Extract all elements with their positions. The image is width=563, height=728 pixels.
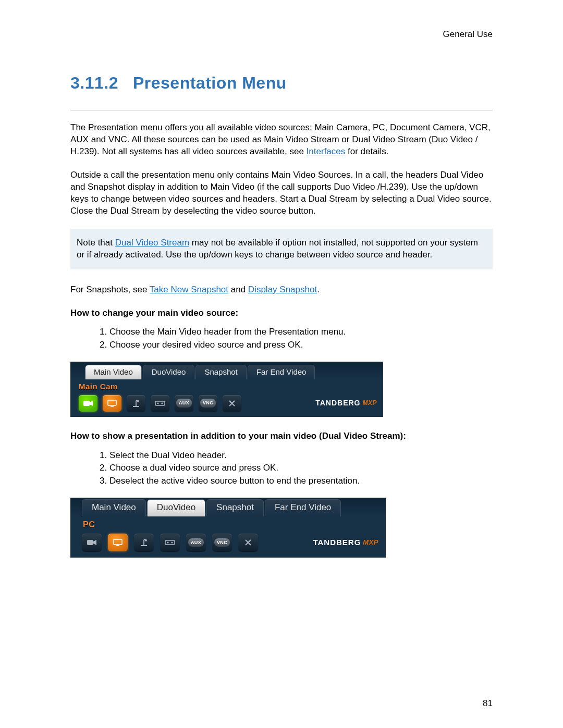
- list-item: Choose your desired video source and pre…: [109, 339, 493, 351]
- tab-main-video[interactable]: Main Video: [82, 499, 146, 516]
- presentation-menu-figure-1: Main Video DuoVideo Snapshot Far End Vid…: [70, 362, 383, 416]
- list-item: Select the Dual Video header.: [109, 450, 493, 462]
- text: Note that: [77, 238, 115, 248]
- brand-name: TANDBERG: [315, 398, 360, 408]
- interfaces-link[interactable]: Interfaces: [307, 146, 346, 156]
- tab-duovideo[interactable]: DuoVideo: [147, 499, 205, 516]
- pc-icon: [107, 399, 117, 408]
- vcr-icon: [155, 400, 165, 406]
- svg-point-3: [137, 400, 139, 402]
- doc-cam-button[interactable]: [127, 395, 145, 412]
- text: and: [228, 285, 248, 294]
- main-cam-button[interactable]: [79, 395, 97, 412]
- text: .: [317, 285, 320, 294]
- doc-cam-button[interactable]: [134, 534, 154, 551]
- svg-rect-1: [108, 400, 116, 405]
- paragraph-2: Outside a call the presentation menu onl…: [70, 169, 493, 217]
- display-snapshot-link[interactable]: Display Snapshot: [248, 285, 317, 294]
- close-button[interactable]: [238, 534, 258, 551]
- steps-list-1: Choose the Main Video header from the Pr…: [70, 326, 493, 351]
- brand: TANDBERG MXP: [313, 537, 378, 548]
- steps-list-2: Select the Dual Video header. Choose a d…: [70, 450, 493, 488]
- tab-far-end-video[interactable]: Far End Video: [248, 365, 315, 379]
- svg-rect-8: [114, 539, 122, 545]
- camera-icon: [87, 538, 97, 547]
- text: For Snapshots, see: [70, 285, 150, 294]
- section-title: Presentation Menu: [133, 73, 287, 92]
- svg-rect-9: [116, 545, 119, 546]
- doc-cam-icon: [131, 399, 141, 408]
- list-item: Deselect the active video source button …: [109, 475, 493, 487]
- main-cam-button[interactable]: [82, 534, 102, 551]
- vcr-button[interactable]: [160, 534, 180, 551]
- svg-point-13: [171, 541, 173, 543]
- text: for details.: [345, 146, 388, 156]
- svg-point-5: [157, 402, 158, 404]
- pc-icon: [113, 538, 123, 547]
- tab-snapshot[interactable]: Snapshot: [195, 365, 246, 379]
- camera-icon: [83, 399, 93, 408]
- close-button[interactable]: [223, 395, 241, 412]
- brand-name: TANDBERG: [313, 537, 361, 548]
- take-new-snapshot-link[interactable]: Take New Snapshot: [150, 285, 228, 294]
- vnc-button[interactable]: VNC: [199, 395, 217, 412]
- list-item: Choose the Main Video header from the Pr…: [109, 326, 493, 338]
- svg-rect-2: [111, 406, 114, 407]
- svg-rect-4: [155, 401, 165, 405]
- vnc-label: VNC: [214, 538, 230, 547]
- svg-point-10: [145, 539, 147, 541]
- snapshots-line: For Snapshots, see Take New Snapshot and…: [70, 284, 493, 296]
- brand-model: MXP: [363, 538, 378, 547]
- section-number: 3.11.2: [70, 73, 118, 92]
- svg-point-12: [167, 541, 168, 543]
- subheading-2: How to show a presentation in addition t…: [70, 430, 493, 442]
- brand: TANDBERG MXP: [315, 398, 377, 408]
- subheading-1: How to change your main video source:: [70, 307, 493, 319]
- selected-source-label: Main Cam: [70, 379, 383, 393]
- page-number: 81: [483, 698, 493, 710]
- svg-rect-7: [87, 540, 93, 545]
- brand-model: MXP: [362, 399, 377, 407]
- text: The Presentation menu offers you all ava…: [70, 122, 491, 156]
- section-heading: 3.11.2Presentation Menu: [70, 72, 493, 94]
- svg-rect-11: [165, 540, 175, 545]
- aux-label: AUX: [176, 399, 192, 407]
- pc-button[interactable]: [108, 534, 128, 551]
- presentation-menu-figure-2: Main Video DuoVideo Snapshot Far End Vid…: [70, 498, 386, 558]
- aux-button[interactable]: AUX: [186, 534, 206, 551]
- vcr-button[interactable]: [151, 395, 169, 412]
- aux-button[interactable]: AUX: [175, 395, 193, 412]
- pc-button[interactable]: [103, 395, 121, 412]
- list-item: Choose a dual video source and press OK.: [109, 462, 493, 474]
- tab-far-end-video[interactable]: Far End Video: [265, 499, 341, 516]
- vcr-icon: [165, 539, 175, 546]
- close-icon: [244, 539, 252, 546]
- tab-duovideo[interactable]: DuoVideo: [143, 365, 195, 379]
- tab-snapshot[interactable]: Snapshot: [206, 499, 264, 516]
- close-icon: [228, 400, 236, 407]
- aux-label: AUX: [188, 538, 204, 547]
- tab-main-video[interactable]: Main Video: [85, 365, 142, 379]
- doc-cam-icon: [139, 538, 149, 547]
- vnc-button[interactable]: VNC: [212, 534, 232, 551]
- svg-point-6: [161, 402, 163, 404]
- svg-rect-0: [83, 401, 90, 406]
- note-box: Note that Dual Video Stream may not be a…: [70, 229, 493, 269]
- selected-source-label: PC: [70, 516, 386, 533]
- paragraph-1: The Presentation menu offers you all ava…: [70, 122, 493, 158]
- page-header-section: General Use: [70, 29, 493, 41]
- vnc-label: VNC: [200, 399, 216, 407]
- dual-video-stream-link[interactable]: Dual Video Stream: [115, 238, 189, 248]
- separator: [70, 110, 493, 110]
